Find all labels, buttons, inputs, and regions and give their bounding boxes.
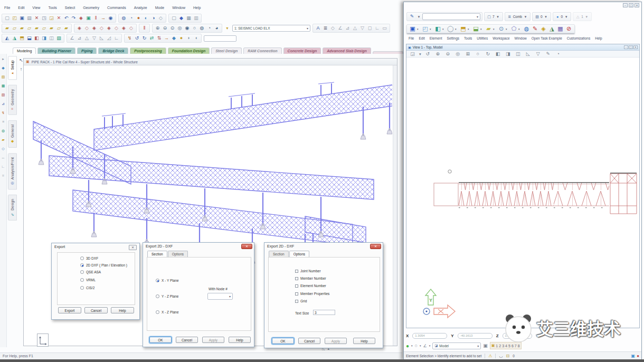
dxf-dialog-close-button[interactable]: ✕ — [241, 244, 252, 249]
dd[interactable]: ▾ — [480, 27, 484, 31]
plane-icon[interactable]: ▽ — [359, 25, 366, 32]
tab-blank[interactable] — [373, 51, 403, 54]
view-iso-icon[interactable]: ◔ — [128, 15, 135, 22]
zoom-extents-icon[interactable]: ⊕ — [154, 25, 161, 32]
rotate-view-icon[interactable]: ↻ — [485, 51, 491, 58]
beam-icon[interactable]: ▰ — [4, 25, 11, 32]
transparency-icon[interactable]: △ — [575, 14, 581, 20]
beam-icon[interactable]: ▱ — [11, 25, 18, 32]
tab-section[interactable]: Section — [269, 251, 289, 257]
node-icon[interactable]: ◈ — [76, 25, 83, 32]
view-top-icon[interactable]: ● — [135, 15, 142, 22]
menu-open-task-example[interactable]: Open Task Example — [532, 36, 562, 40]
tab-modeling[interactable]: Modeling — [13, 47, 36, 54]
axis-icon[interactable]: ∟ — [374, 25, 381, 32]
view-prev-icon[interactable]: ◧ — [495, 51, 501, 58]
redo-icon[interactable]: ↷ — [70, 15, 77, 22]
split-beam-icon[interactable]: ◫ — [48, 35, 55, 42]
menu-help[interactable]: Help — [595, 36, 602, 40]
page-tab-design[interactable]: ✎Design — [8, 195, 17, 221]
active-level-combo[interactable]: ▾ — [422, 13, 480, 20]
dd[interactable]: ▾ — [430, 27, 433, 31]
clip-mask-icon[interactable]: ▽ — [535, 51, 542, 58]
radio-yz-plane[interactable]: Y - Z Plane — [156, 294, 178, 298]
measure-icon[interactable]: ∠ — [337, 25, 344, 32]
ok-button[interactable]: OK — [272, 338, 294, 344]
parallel-beams-icon[interactable]: ‖ — [141, 25, 148, 32]
ok-button[interactable]: OK — [149, 337, 172, 343]
tab-steel-design[interactable]: Steel Design — [211, 47, 242, 54]
half-right-icon[interactable]: ◗ — [185, 35, 192, 42]
dd[interactable]: ▾ — [417, 27, 421, 31]
left-tri-icon[interactable]: ◺ — [98, 35, 105, 42]
menu-geometry[interactable]: Geometry — [83, 6, 99, 12]
search-icon[interactable]: ⊙ — [497, 25, 505, 33]
delete-element-icon[interactable]: ⊘ — [565, 25, 573, 33]
chevron-down-icon[interactable]: ▾ — [429, 344, 431, 347]
tab-concrete-design[interactable]: Concrete Design — [283, 47, 321, 54]
maximize-button[interactable]: ▢ — [629, 3, 633, 7]
query-icon[interactable]: ◇ — [329, 25, 336, 32]
view4-button[interactable]: 4 — [505, 344, 507, 348]
strip-select-icon[interactable]: ▸ — [1, 56, 6, 61]
pan-icon[interactable]: ○ — [191, 25, 198, 32]
view3-button[interactable]: 3 — [502, 344, 504, 348]
y-coordinate-field[interactable] — [458, 333, 493, 339]
ruler-icon[interactable]: ▭ — [381, 25, 388, 32]
menu-element[interactable]: Element — [430, 36, 442, 40]
strip-spec-icon[interactable]: ≡ — [1, 119, 6, 124]
window-area-icon[interactable]: ⊞ — [465, 51, 471, 58]
apply-button[interactable]: Apply — [325, 338, 347, 344]
snap-angle-icon[interactable]: ∠ — [423, 344, 427, 348]
menu-settings[interactable]: Settings — [447, 36, 460, 40]
chevron-down-icon[interactable]: ▾ — [523, 14, 528, 20]
truss-elevation-drawing[interactable] — [430, 167, 641, 217]
ortho-icon[interactable]: △ — [352, 25, 358, 32]
view-side-icon[interactable]: ◑ — [150, 15, 157, 22]
annotate-icon[interactable]: A — [315, 25, 321, 32]
dd[interactable]: ▾ — [455, 27, 459, 31]
rotate-cw-icon[interactable]: ↻ — [141, 35, 148, 42]
chevron-down-icon[interactable]: ▾ — [563, 14, 569, 20]
swap-icon[interactable]: ⇄ — [148, 35, 155, 42]
dim-icon[interactable]: ⊿ — [344, 25, 351, 32]
strip-material-icon[interactable]: ◍ — [1, 128, 6, 133]
new-file-icon[interactable]: ▢ — [4, 15, 11, 22]
zoom-window-icon[interactable]: ◎ — [176, 25, 183, 32]
beam-icon[interactable]: ▱ — [41, 25, 48, 32]
page-tab-geometry[interactable]: ⌗Geometry — [8, 85, 17, 115]
copy-icon[interactable]: ◳ — [41, 15, 48, 22]
strip-support-icon[interactable]: ⊿ — [1, 101, 6, 106]
render-icon[interactable]: ◔ — [555, 51, 562, 58]
beam-tool-icon[interactable]: ‖ — [92, 15, 99, 22]
checkbox-member-number[interactable]: Member Number — [295, 277, 326, 280]
help-button[interactable]: Help — [353, 338, 375, 344]
mirror-icon[interactable]: ◮ — [11, 35, 18, 42]
dd[interactable]: ▾ — [493, 27, 497, 31]
element-class-icon[interactable]: ● — [555, 14, 561, 20]
diamond-icon[interactable]: ◆ — [171, 35, 177, 42]
view5-button[interactable]: 5 — [508, 344, 510, 348]
node-icon[interactable]: ◈ — [120, 25, 127, 32]
zoom-out-icon[interactable]: ⊖ — [162, 25, 168, 32]
redline-icon[interactable]: ✎ — [531, 25, 539, 33]
line-style-icon[interactable]: ≣ — [507, 14, 513, 20]
chevron-down-icon[interactable]: ▾ — [420, 344, 421, 347]
help-button[interactable]: Help — [111, 307, 134, 313]
lightning-icon[interactable]: ↯ — [126, 35, 133, 42]
saved-views-icon[interactable]: ▣ — [483, 343, 488, 348]
markup-icon[interactable]: ✎ — [545, 51, 552, 58]
zoom-in-icon[interactable]: ⊕ — [434, 51, 441, 58]
strip-offset-icon[interactable]: ↔ — [1, 155, 6, 160]
load-filter-icon[interactable]: ▼ — [224, 25, 230, 31]
tab-piping[interactable]: Piping — [77, 47, 97, 54]
beam-icon[interactable]: ▰ — [63, 25, 70, 32]
fit-view-icon[interactable]: ◎ — [454, 51, 461, 58]
rotate-view-icon[interactable]: ◍ — [198, 25, 205, 32]
dot-icon[interactable]: ● — [178, 35, 185, 42]
node-icon[interactable]: ◇ — [128, 25, 135, 32]
save-folder-icon[interactable]: ⬓ — [472, 25, 480, 33]
view-attributes-icon[interactable]: ◲ — [409, 51, 416, 58]
window-tile-icon[interactable]: ◆ — [178, 15, 185, 22]
tab-advanced-slab-design[interactable]: Advanced Slab Design — [323, 47, 371, 54]
